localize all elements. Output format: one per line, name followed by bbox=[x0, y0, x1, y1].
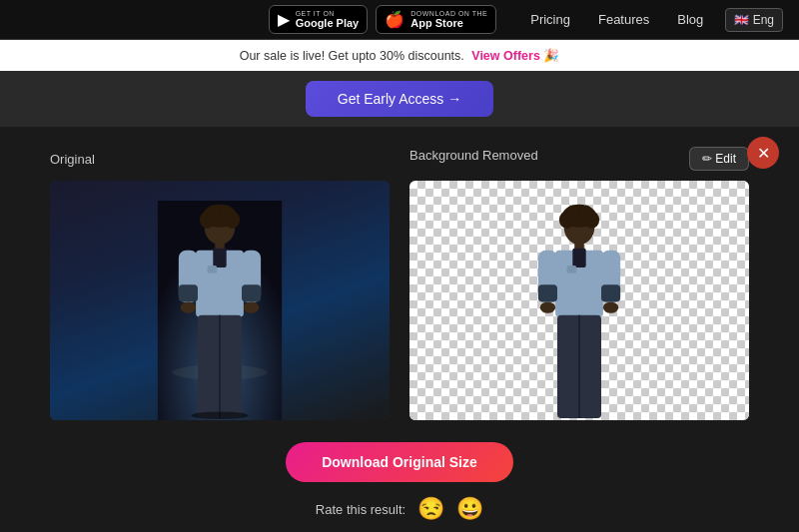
svg-rect-29 bbox=[572, 249, 585, 267]
rating-bad-emoji[interactable]: 😒 bbox=[417, 496, 444, 522]
svg-point-6 bbox=[207, 206, 220, 219]
close-button[interactable]: ✕ bbox=[747, 137, 779, 169]
promo-text: Our sale is live! Get upto 30% discounts… bbox=[240, 49, 464, 63]
original-label: Original bbox=[50, 152, 95, 167]
svg-point-15 bbox=[181, 301, 196, 312]
view-offers-link[interactable]: View Offers 🎉 bbox=[471, 49, 559, 63]
person-result-svg bbox=[514, 201, 644, 420]
edit-button[interactable]: ✏ Edit bbox=[689, 147, 749, 171]
nav-link-blog[interactable]: Blog bbox=[663, 12, 717, 27]
svg-rect-32 bbox=[538, 284, 557, 301]
rating-label: Rate this result: bbox=[316, 502, 405, 517]
nav-links: Pricing Features Blog bbox=[516, 12, 717, 27]
svg-point-20 bbox=[191, 411, 248, 419]
app-store-main-text: App Store bbox=[410, 17, 487, 29]
result-panel bbox=[409, 181, 749, 420]
early-access-button[interactable]: Get Early Access → bbox=[306, 81, 493, 117]
result-image bbox=[409, 181, 749, 420]
apple-icon: 🍎 bbox=[385, 10, 404, 29]
rating-good-emoji[interactable]: 😀 bbox=[456, 496, 483, 522]
svg-rect-10 bbox=[213, 249, 226, 267]
svg-point-35 bbox=[603, 301, 618, 312]
comparison-area bbox=[50, 181, 749, 420]
google-play-main-text: Google Play bbox=[296, 17, 360, 29]
google-play-icon: ▶ bbox=[278, 10, 290, 29]
language-selector[interactable]: 🇬🇧 Eng bbox=[725, 8, 783, 32]
nav-link-features[interactable]: Features bbox=[584, 12, 663, 27]
svg-point-26 bbox=[579, 206, 592, 219]
svg-rect-14 bbox=[242, 284, 261, 301]
svg-point-7 bbox=[220, 206, 233, 219]
svg-point-25 bbox=[566, 206, 579, 219]
svg-point-34 bbox=[540, 301, 555, 312]
early-access-bar: Get Early Access → bbox=[0, 71, 799, 127]
svg-point-16 bbox=[244, 301, 259, 312]
result-image-box bbox=[409, 181, 749, 420]
original-image bbox=[50, 181, 390, 420]
google-play-badge[interactable]: ▶ GET IT ON Google Play bbox=[269, 5, 369, 34]
app-store-top-text: Download on the bbox=[410, 10, 487, 17]
top-nav: ▶ GET IT ON Google Play 🍎 Download on th… bbox=[0, 0, 799, 40]
nav-link-pricing[interactable]: Pricing bbox=[516, 12, 584, 27]
download-button[interactable]: Download Original Size bbox=[286, 442, 513, 482]
app-store-badge[interactable]: 🍎 Download on the App Store bbox=[376, 5, 496, 34]
person-original-svg bbox=[155, 201, 285, 420]
download-section: Download Original Size bbox=[50, 442, 749, 482]
svg-rect-17 bbox=[208, 266, 218, 273]
svg-rect-33 bbox=[601, 284, 620, 301]
original-panel bbox=[50, 181, 390, 420]
svg-rect-36 bbox=[567, 266, 577, 273]
google-play-top-text: GET IT ON bbox=[296, 10, 360, 17]
svg-rect-13 bbox=[179, 284, 198, 301]
result-label: Background Removed bbox=[409, 148, 538, 163]
rating-section: Rate this result: 😒 😀 bbox=[50, 496, 749, 522]
original-image-box bbox=[50, 181, 390, 420]
main-content: ✕ Original Background Removed ✏ Edit bbox=[0, 127, 799, 532]
promo-bar: Our sale is live! Get upto 30% discounts… bbox=[0, 40, 799, 71]
